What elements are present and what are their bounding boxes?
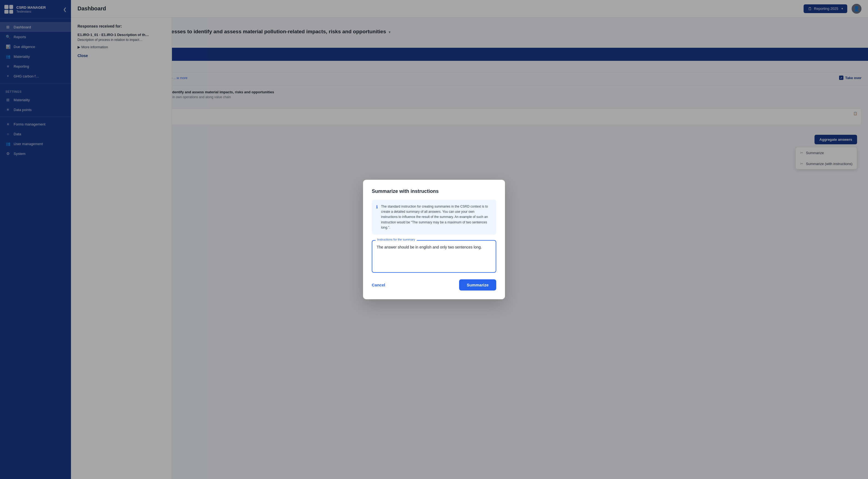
summarize-modal: Summarize with instructions ℹ The standa… [363, 180, 505, 299]
instructions-field-group: Instructions for the summary [372, 240, 496, 273]
modal-overlay: Summarize with instructions ℹ The standa… [0, 0, 868, 479]
modal-info-text: The standard instruction for creating su… [381, 204, 492, 230]
summarize-button[interactable]: Summarize [459, 279, 496, 290]
modal-info-box: ℹ The standard instruction for creating … [372, 200, 496, 234]
modal-footer: Cancel Summarize [372, 279, 496, 290]
info-icon: ℹ [376, 204, 378, 230]
cancel-button[interactable]: Cancel [372, 283, 385, 287]
modal-title: Summarize with instructions [372, 189, 496, 194]
field-label: Instructions for the summary [376, 238, 417, 241]
instructions-textarea[interactable] [377, 245, 491, 267]
